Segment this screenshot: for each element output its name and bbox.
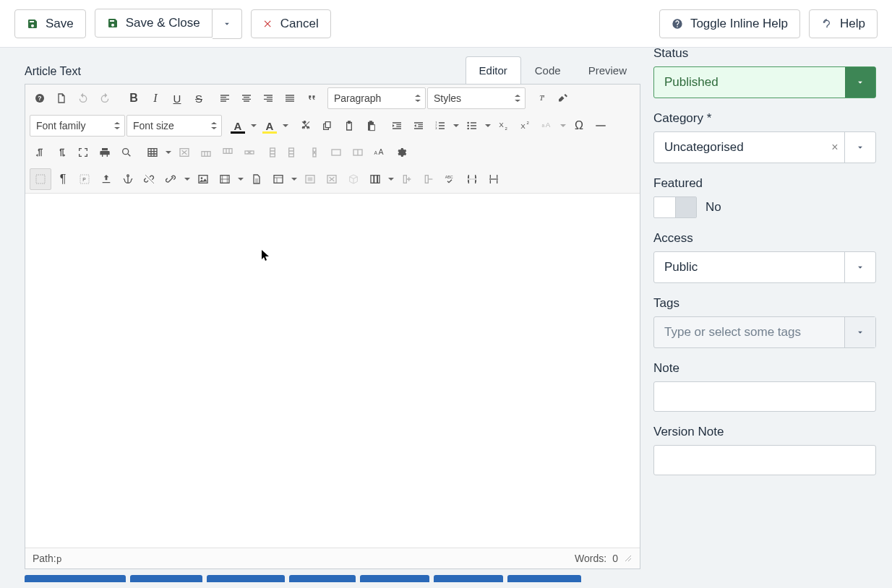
path-element[interactable]: p — [56, 553, 62, 564]
tab-editor[interactable]: Editor — [466, 56, 521, 84]
chevron-down-icon[interactable] — [844, 317, 875, 347]
iframe-icon[interactable] — [300, 169, 320, 189]
merge-cells-icon[interactable] — [326, 142, 346, 163]
nonbreaking-icon[interactable]: P — [74, 169, 95, 189]
bottom-tab[interactable] — [25, 575, 126, 582]
text-style-icon[interactable]: AA — [369, 142, 390, 163]
anchor-icon[interactable] — [118, 169, 138, 189]
template-icon[interactable] — [268, 169, 288, 189]
tags-select[interactable]: Type or select some tags — [653, 316, 876, 348]
tab-code[interactable]: Code — [521, 56, 575, 84]
fullscreen-icon[interactable] — [73, 142, 93, 163]
save-button[interactable]: Save — [14, 9, 86, 38]
delete-table-icon[interactable] — [174, 142, 194, 163]
align-right-icon[interactable] — [258, 88, 278, 108]
align-center-icon[interactable] — [236, 88, 257, 108]
editor-content-area[interactable] — [25, 194, 640, 548]
bottom-tab[interactable] — [130, 575, 202, 582]
indent-icon[interactable] — [387, 116, 407, 136]
ltr-icon[interactable] — [30, 142, 50, 163]
bottom-tab[interactable] — [507, 575, 581, 582]
link-icon[interactable] — [161, 169, 181, 189]
case-icon[interactable]: aA — [537, 116, 557, 136]
bottom-tab[interactable] — [289, 575, 356, 582]
help-button[interactable]: Help — [809, 9, 878, 38]
italic-icon[interactable]: I — [145, 88, 166, 108]
status-select[interactable]: Published — [653, 66, 876, 98]
bottom-tab[interactable] — [207, 575, 285, 582]
chevron-down-icon[interactable] — [844, 252, 875, 282]
redo-icon[interactable] — [95, 88, 115, 108]
case-dropdown[interactable] — [559, 116, 567, 136]
chevron-down-icon[interactable] — [845, 67, 875, 98]
save-close-dropdown[interactable] — [213, 9, 242, 39]
columns-dropdown[interactable] — [387, 169, 395, 189]
chevron-down-icon[interactable] — [844, 132, 875, 163]
file-icon[interactable] — [246, 169, 267, 189]
special-char-icon[interactable]: Ω — [569, 116, 589, 136]
ordered-list-dropdown[interactable] — [452, 116, 460, 136]
upload-icon[interactable] — [96, 169, 116, 189]
paragraph-marks-icon[interactable]: ¶ — [53, 169, 73, 189]
bottom-tab[interactable] — [434, 575, 503, 582]
font-family-select[interactable]: Font family — [30, 115, 125, 137]
blockquote-icon[interactable] — [301, 88, 322, 108]
unordered-list-icon[interactable] — [462, 116, 482, 136]
bold-icon[interactable]: B — [124, 88, 144, 108]
cut-icon[interactable] — [296, 116, 316, 136]
outdent-icon[interactable] — [408, 116, 429, 136]
row-after-icon[interactable] — [218, 142, 238, 163]
image-icon[interactable] — [193, 169, 213, 189]
access-select[interactable]: Public — [653, 251, 876, 283]
align-justify-icon[interactable] — [280, 88, 300, 108]
remove-iframe-icon[interactable] — [322, 169, 342, 189]
show-blocks-icon[interactable] — [30, 168, 51, 190]
print-icon[interactable] — [95, 142, 115, 163]
paste-text-icon[interactable] — [361, 116, 381, 136]
underline-icon[interactable]: U — [167, 88, 187, 108]
bottom-tab[interactable] — [360, 575, 429, 582]
find-replace-icon[interactable] — [116, 142, 137, 163]
align-left-icon[interactable] — [215, 88, 235, 108]
table-dropdown[interactable] — [164, 142, 173, 163]
format-painter-icon[interactable] — [553, 88, 573, 108]
columns-icon[interactable] — [365, 169, 385, 189]
clear-category-icon[interactable]: × — [825, 141, 844, 154]
cancel-button[interactable]: Cancel — [251, 9, 331, 38]
media-dropdown[interactable] — [236, 169, 245, 189]
strikethrough-icon[interactable]: S — [189, 88, 209, 108]
template-dropdown[interactable] — [290, 169, 299, 189]
note-input[interactable] — [653, 381, 876, 412]
unlink-icon[interactable] — [140, 169, 160, 189]
text-color-icon[interactable]: A — [228, 116, 248, 136]
styles-select[interactable]: Styles — [427, 87, 526, 109]
link-dropdown[interactable] — [183, 169, 192, 189]
delete-col-icon[interactable] — [304, 142, 325, 163]
paragraph-select[interactable]: Paragraph — [327, 87, 426, 109]
background-color-icon[interactable]: A — [260, 116, 280, 136]
copy-icon[interactable] — [317, 116, 338, 136]
media-icon[interactable] — [215, 169, 235, 189]
help-icon[interactable]: ? — [30, 88, 50, 108]
delete-row-icon[interactable] — [239, 142, 260, 163]
undo-icon[interactable] — [73, 88, 93, 108]
unordered-list-dropdown[interactable] — [484, 116, 492, 136]
row-before-icon[interactable] — [196, 142, 216, 163]
tab-preview[interactable]: Preview — [575, 56, 640, 84]
resize-grip-icon[interactable] — [624, 554, 632, 563]
table-icon[interactable] — [142, 142, 163, 163]
category-select[interactable]: Uncategorised × — [653, 131, 876, 163]
featured-toggle[interactable] — [653, 196, 697, 218]
rtl-icon[interactable] — [51, 142, 72, 163]
horizontal-rule-icon[interactable] — [591, 116, 611, 136]
add-column-icon[interactable] — [397, 169, 417, 189]
spellcheck-icon[interactable]: ABC — [440, 169, 460, 189]
clear-formatting-icon[interactable]: Tx — [531, 88, 552, 108]
col-before-icon[interactable] — [261, 142, 281, 163]
subscript-icon[interactable]: X2 — [494, 116, 514, 136]
remove-column-icon[interactable] — [419, 169, 439, 189]
toggle-inline-help-button[interactable]: Toggle Inline Help — [659, 9, 800, 38]
pagebreak-icon[interactable] — [462, 169, 482, 189]
superscript-icon[interactable]: X2 — [515, 116, 536, 136]
settings-icon[interactable] — [391, 142, 411, 163]
